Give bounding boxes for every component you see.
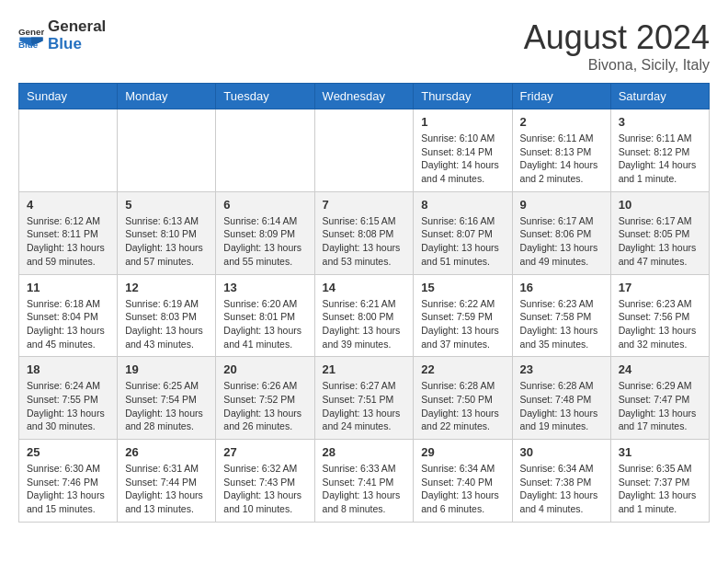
calendar-cell: 19Sunrise: 6:25 AMSunset: 7:54 PMDayligh… xyxy=(118,357,216,440)
day-number: 27 xyxy=(223,445,306,459)
day-info: Sunrise: 6:23 AMSunset: 7:58 PMDaylight:… xyxy=(520,297,603,351)
day-number: 6 xyxy=(223,198,306,212)
day-info: Sunrise: 6:35 AMSunset: 7:37 PMDaylight:… xyxy=(619,462,701,516)
calendar-cell: 18Sunrise: 6:24 AMSunset: 7:55 PMDayligh… xyxy=(19,357,118,440)
day-info: Sunrise: 6:28 AMSunset: 7:48 PMDaylight:… xyxy=(520,379,603,433)
day-number: 18 xyxy=(27,362,109,376)
logo-blue-text: Blue xyxy=(48,36,106,53)
calendar-cell: 31Sunrise: 6:35 AMSunset: 7:37 PMDayligh… xyxy=(610,440,709,523)
day-number: 25 xyxy=(27,445,109,459)
weekday-header-row: SundayMondayTuesdayWednesdayThursdayFrid… xyxy=(19,84,710,109)
day-number: 13 xyxy=(223,281,306,294)
calendar-cell: 12Sunrise: 6:19 AMSunset: 8:03 PMDayligh… xyxy=(118,274,216,357)
day-info: Sunrise: 6:34 AMSunset: 7:38 PMDaylight:… xyxy=(520,462,603,516)
day-info: Sunrise: 6:19 AMSunset: 8:03 PMDaylight:… xyxy=(125,297,208,351)
day-info: Sunrise: 6:12 AMSunset: 8:11 PMDaylight:… xyxy=(27,214,109,269)
calendar-cell: 14Sunrise: 6:21 AMSunset: 8:00 PMDayligh… xyxy=(314,274,414,357)
calendar-cell: 24Sunrise: 6:29 AMSunset: 7:47 PMDayligh… xyxy=(610,357,709,440)
weekday-wednesday: Wednesday xyxy=(314,84,414,109)
day-info: Sunrise: 6:32 AMSunset: 7:43 PMDaylight:… xyxy=(223,462,306,516)
svg-text:General: General xyxy=(18,26,44,36)
calendar-cell: 30Sunrise: 6:34 AMSunset: 7:38 PMDayligh… xyxy=(512,440,610,523)
day-number: 17 xyxy=(619,281,701,294)
day-number: 22 xyxy=(421,362,504,376)
calendar-cell xyxy=(216,109,314,192)
location: Bivona, Sicily, Italy xyxy=(524,57,710,74)
weekday-friday: Friday xyxy=(512,84,610,109)
day-info: Sunrise: 6:18 AMSunset: 8:04 PMDaylight:… xyxy=(27,297,109,351)
day-info: Sunrise: 6:24 AMSunset: 7:55 PMDaylight:… xyxy=(27,379,109,433)
day-number: 2 xyxy=(520,115,603,129)
day-info: Sunrise: 6:25 AMSunset: 7:54 PMDaylight:… xyxy=(125,379,208,433)
day-info: Sunrise: 6:28 AMSunset: 7:50 PMDaylight:… xyxy=(421,379,504,433)
day-info: Sunrise: 6:11 AMSunset: 8:12 PMDaylight:… xyxy=(619,132,701,186)
weekday-saturday: Saturday xyxy=(610,84,709,109)
day-number: 29 xyxy=(421,445,504,459)
calendar-cell: 2Sunrise: 6:11 AMSunset: 8:13 PMDaylight… xyxy=(512,109,610,192)
calendar-cell: 4Sunrise: 6:12 AMSunset: 8:11 PMDaylight… xyxy=(19,191,118,274)
day-info: Sunrise: 6:27 AMSunset: 7:51 PMDaylight:… xyxy=(323,379,406,433)
calendar-cell: 13Sunrise: 6:20 AMSunset: 8:01 PMDayligh… xyxy=(216,274,314,357)
day-number: 4 xyxy=(27,198,109,212)
weekday-sunday: Sunday xyxy=(19,84,118,109)
calendar-cell: 7Sunrise: 6:15 AMSunset: 8:08 PMDaylight… xyxy=(314,191,414,274)
month-year: August 2024 xyxy=(524,18,710,57)
day-number: 21 xyxy=(323,362,406,376)
day-info: Sunrise: 6:13 AMSunset: 8:10 PMDaylight:… xyxy=(125,214,208,269)
calendar-cell: 17Sunrise: 6:23 AMSunset: 7:56 PMDayligh… xyxy=(610,274,709,357)
calendar-cell: 27Sunrise: 6:32 AMSunset: 7:43 PMDayligh… xyxy=(216,440,314,523)
day-number: 5 xyxy=(125,198,208,212)
day-info: Sunrise: 6:11 AMSunset: 8:13 PMDaylight:… xyxy=(520,132,603,186)
day-info: Sunrise: 6:26 AMSunset: 7:52 PMDaylight:… xyxy=(223,379,306,433)
day-info: Sunrise: 6:16 AMSunset: 8:07 PMDaylight:… xyxy=(421,214,504,269)
calendar-cell: 6Sunrise: 6:14 AMSunset: 8:09 PMDaylight… xyxy=(216,191,314,274)
day-info: Sunrise: 6:34 AMSunset: 7:40 PMDaylight:… xyxy=(421,462,504,516)
svg-text:Blue: Blue xyxy=(18,39,39,48)
calendar-week-3: 11Sunrise: 6:18 AMSunset: 8:04 PMDayligh… xyxy=(19,274,710,357)
calendar-cell: 1Sunrise: 6:10 AMSunset: 8:14 PMDaylight… xyxy=(414,109,512,192)
day-info: Sunrise: 6:15 AMSunset: 8:08 PMDaylight:… xyxy=(323,214,406,269)
day-number: 15 xyxy=(421,281,504,294)
day-number: 1 xyxy=(421,115,504,129)
day-info: Sunrise: 6:20 AMSunset: 8:01 PMDaylight:… xyxy=(223,297,306,351)
day-number: 14 xyxy=(323,281,406,294)
day-number: 8 xyxy=(421,198,504,212)
weekday-monday: Monday xyxy=(118,84,216,109)
day-number: 30 xyxy=(520,445,603,459)
calendar-week-4: 18Sunrise: 6:24 AMSunset: 7:55 PMDayligh… xyxy=(19,357,710,440)
day-info: Sunrise: 6:17 AMSunset: 8:05 PMDaylight:… xyxy=(619,214,701,269)
day-info: Sunrise: 6:14 AMSunset: 8:09 PMDaylight:… xyxy=(223,214,306,269)
calendar-cell: 8Sunrise: 6:16 AMSunset: 8:07 PMDaylight… xyxy=(414,191,512,274)
calendar-cell: 10Sunrise: 6:17 AMSunset: 8:05 PMDayligh… xyxy=(610,191,709,274)
calendar-cell xyxy=(314,109,414,192)
day-number: 12 xyxy=(125,281,208,294)
calendar-cell: 21Sunrise: 6:27 AMSunset: 7:51 PMDayligh… xyxy=(314,357,414,440)
calendar-cell: 22Sunrise: 6:28 AMSunset: 7:50 PMDayligh… xyxy=(414,357,512,440)
day-info: Sunrise: 6:30 AMSunset: 7:46 PMDaylight:… xyxy=(27,462,109,516)
day-number: 7 xyxy=(323,198,406,212)
calendar-cell: 28Sunrise: 6:33 AMSunset: 7:41 PMDayligh… xyxy=(314,440,414,523)
day-number: 28 xyxy=(323,445,406,459)
day-info: Sunrise: 6:33 AMSunset: 7:41 PMDaylight:… xyxy=(323,462,406,516)
title-block: August 2024 Bivona, Sicily, Italy xyxy=(524,18,710,74)
calendar-cell: 11Sunrise: 6:18 AMSunset: 8:04 PMDayligh… xyxy=(19,274,118,357)
day-number: 31 xyxy=(619,445,701,459)
day-info: Sunrise: 6:23 AMSunset: 7:56 PMDaylight:… xyxy=(619,297,701,351)
day-info: Sunrise: 6:31 AMSunset: 7:44 PMDaylight:… xyxy=(125,462,208,516)
calendar-cell: 20Sunrise: 6:26 AMSunset: 7:52 PMDayligh… xyxy=(216,357,314,440)
calendar-week-2: 4Sunrise: 6:12 AMSunset: 8:11 PMDaylight… xyxy=(19,191,710,274)
day-number: 20 xyxy=(223,362,306,376)
calendar-header: SundayMondayTuesdayWednesdayThursdayFrid… xyxy=(19,84,710,109)
day-number: 23 xyxy=(520,362,603,376)
calendar-cell: 26Sunrise: 6:31 AMSunset: 7:44 PMDayligh… xyxy=(118,440,216,523)
calendar-cell: 25Sunrise: 6:30 AMSunset: 7:46 PMDayligh… xyxy=(19,440,118,523)
day-number: 24 xyxy=(619,362,701,376)
calendar-week-5: 25Sunrise: 6:30 AMSunset: 7:46 PMDayligh… xyxy=(19,440,710,523)
logo-general-text: General xyxy=(48,18,106,36)
logo-icon: General Blue xyxy=(18,23,44,49)
day-number: 16 xyxy=(520,281,603,294)
calendar-cell: 9Sunrise: 6:17 AMSunset: 8:06 PMDaylight… xyxy=(512,191,610,274)
day-info: Sunrise: 6:21 AMSunset: 8:00 PMDaylight:… xyxy=(323,297,406,351)
calendar-week-1: 1Sunrise: 6:10 AMSunset: 8:14 PMDaylight… xyxy=(19,109,710,192)
calendar-cell: 23Sunrise: 6:28 AMSunset: 7:48 PMDayligh… xyxy=(512,357,610,440)
